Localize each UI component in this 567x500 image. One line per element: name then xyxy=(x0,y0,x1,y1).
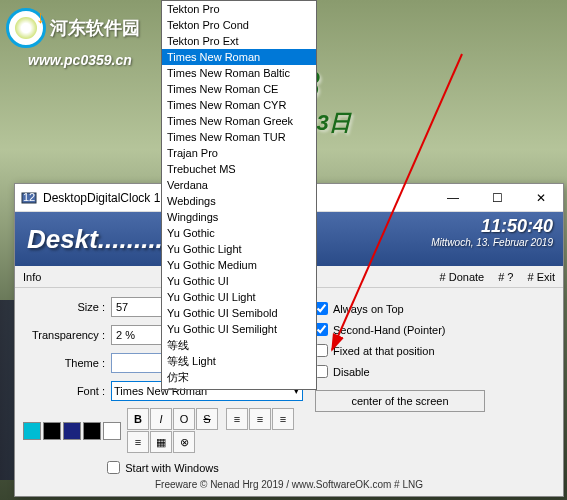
bold-button[interactable]: B xyxy=(127,408,149,430)
disable-label: Disable xyxy=(333,366,370,378)
font-option[interactable]: Trebuchet MS xyxy=(162,161,316,177)
second-hand-label: Second-Hand (Pointer) xyxy=(333,324,446,336)
font-option[interactable]: Tekton Pro Cond xyxy=(162,17,316,33)
font-option[interactable]: Yu Gothic xyxy=(162,225,316,241)
italic-button[interactable]: I xyxy=(150,408,172,430)
layout-button[interactable]: ▦ xyxy=(150,431,172,453)
start-with-windows-label: Start with Windows xyxy=(125,462,219,474)
font-option[interactable]: Yu Gothic Medium xyxy=(162,257,316,273)
font-option[interactable]: Times New Roman Baltic xyxy=(162,65,316,81)
color-swatch[interactable] xyxy=(103,422,121,440)
fixed-position-label: Fixed at that position xyxy=(333,345,435,357)
font-option[interactable]: Verdana xyxy=(162,177,316,193)
font-dropdown[interactable]: Tekton ProTekton Pro CondTekton Pro ExtT… xyxy=(161,0,317,390)
font-option[interactable]: Webdings xyxy=(162,193,316,209)
banner-date: Mittwoch, 13. Februar 2019 xyxy=(431,237,553,248)
font-option[interactable]: Yu Gothic UI Light xyxy=(162,289,316,305)
font-option[interactable]: Trajan Pro xyxy=(162,145,316,161)
font-option[interactable]: Times New Roman xyxy=(162,49,316,65)
theme-label: Theme : xyxy=(23,357,111,369)
font-option[interactable]: 黑体 xyxy=(162,385,316,390)
font-option[interactable]: 等线 Light xyxy=(162,353,316,369)
font-option[interactable]: 仿宋 xyxy=(162,369,316,385)
align-right-button[interactable]: ≡ xyxy=(272,408,294,430)
help-link[interactable]: # ? xyxy=(498,271,513,283)
strike-button[interactable]: S xyxy=(196,408,218,430)
minimize-button[interactable]: — xyxy=(431,184,475,211)
font-option[interactable]: Tekton Pro xyxy=(162,1,316,17)
svg-text:12: 12 xyxy=(23,191,35,203)
font-option[interactable]: Times New Roman CE xyxy=(162,81,316,97)
outline-button[interactable]: O xyxy=(173,408,195,430)
align-justify-button[interactable]: ≡ xyxy=(127,431,149,453)
font-option[interactable]: Yu Gothic UI xyxy=(162,273,316,289)
close-button[interactable]: ✕ xyxy=(519,184,563,211)
footer-text: Freeware © Nenad Hrg 2019 / www.Software… xyxy=(15,479,563,490)
font-option[interactable]: Times New Roman TUR xyxy=(162,129,316,145)
align-center-button[interactable]: ≡ xyxy=(249,408,271,430)
color-swatch[interactable] xyxy=(63,422,81,440)
start-with-windows-checkbox[interactable] xyxy=(107,461,120,474)
font-option[interactable]: Yu Gothic Light xyxy=(162,241,316,257)
font-label: Font : xyxy=(23,385,111,397)
watermark-logo: ↓ 河东软件园 xyxy=(6,8,140,48)
font-option[interactable]: Wingdings xyxy=(162,209,316,225)
font-option[interactable]: Times New Roman Greek xyxy=(162,113,316,129)
font-option[interactable]: Times New Roman CYR xyxy=(162,97,316,113)
color-swatch[interactable] xyxy=(23,422,41,440)
font-option[interactable]: 等线 xyxy=(162,337,316,353)
color-swatch[interactable] xyxy=(83,422,101,440)
app-icon: 12 xyxy=(21,190,37,206)
logo-text: 河东软件园 xyxy=(50,16,140,40)
donate-link[interactable]: # Donate xyxy=(440,271,485,283)
align-left-button[interactable]: ≡ xyxy=(226,408,248,430)
banner-time: 11:50:40 xyxy=(431,216,553,237)
exit-link[interactable]: # Exit xyxy=(527,271,555,283)
color-swatch[interactable] xyxy=(43,422,61,440)
logo-circle: ↓ xyxy=(6,8,46,48)
center-screen-button[interactable]: center of the screen xyxy=(315,390,485,412)
maximize-button[interactable]: ☐ xyxy=(475,184,519,211)
always-on-top-label: Always on Top xyxy=(333,303,404,315)
font-option[interactable]: Yu Gothic UI Semilight xyxy=(162,321,316,337)
clear-button[interactable]: ⊗ xyxy=(173,431,195,453)
info-link[interactable]: Info xyxy=(23,271,41,283)
transparency-label: Transparency : xyxy=(23,329,111,341)
font-option[interactable]: Tekton Pro Ext xyxy=(162,33,316,49)
color-swatches xyxy=(23,422,121,440)
size-label: Size : xyxy=(23,301,111,313)
logo-url: www.pc0359.cn xyxy=(28,52,132,68)
font-option[interactable]: Yu Gothic UI Semibold xyxy=(162,305,316,321)
